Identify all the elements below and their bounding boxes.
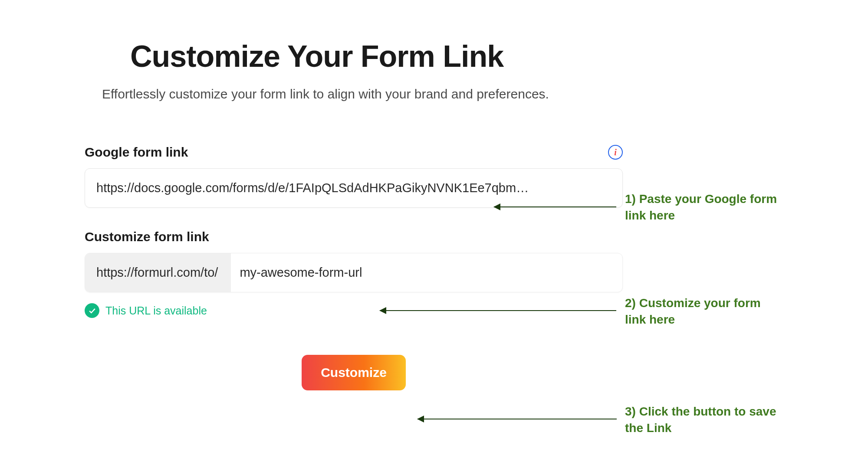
- page-title: Customize Your Form Link: [130, 39, 868, 74]
- custom-slug-input[interactable]: [231, 253, 622, 292]
- annotation-arrow-1: [494, 206, 616, 207]
- annotation-step-2: 2) Customize your form link here: [625, 295, 781, 328]
- customize-link-label: Customize form link: [85, 229, 209, 244]
- info-icon[interactable]: i: [608, 145, 623, 160]
- page-subtitle: Effortlessly customize your form link to…: [102, 87, 868, 102]
- annotation-step-1: 1) Paste your Google form link here: [625, 191, 781, 224]
- check-circle-icon: [85, 303, 99, 318]
- url-prefix: https://formurl.com/to/: [85, 253, 231, 292]
- google-link-label: Google form link: [85, 145, 188, 160]
- customize-button[interactable]: Customize: [302, 355, 406, 390]
- availability-text: This URL is available: [105, 305, 207, 317]
- google-form-link-input[interactable]: [85, 168, 623, 208]
- annotation-arrow-2: [380, 310, 616, 311]
- annotation-step-3: 3) Click the button to save the Link: [625, 403, 781, 436]
- annotation-arrow-3: [418, 419, 617, 419]
